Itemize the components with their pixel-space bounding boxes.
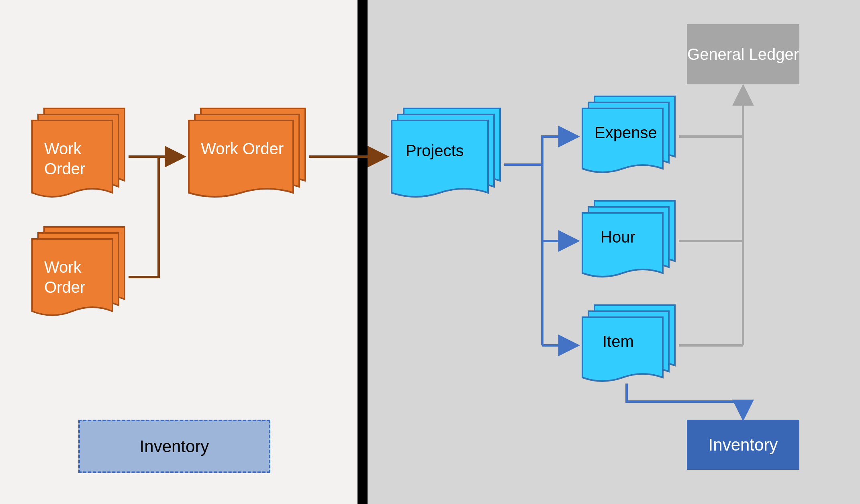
work-order-bottom-label: Work Order bbox=[44, 257, 85, 297]
inventory-left-label: Inventory bbox=[140, 437, 209, 456]
general-ledger-box: General Ledger bbox=[687, 24, 799, 84]
work-order-stack-main: Work Order bbox=[185, 104, 313, 209]
work-order-stack-bottom: Work Order bbox=[28, 223, 133, 327]
diagram-canvas: General Ledger Inventory Inventory Work … bbox=[0, 0, 860, 504]
hour-label: Hour bbox=[601, 227, 635, 247]
expense-label: Expense bbox=[594, 122, 657, 143]
projects-stack: Projects bbox=[388, 104, 508, 209]
inventory-left-box: Inventory bbox=[78, 420, 270, 473]
general-ledger-label: General Ledger bbox=[687, 44, 799, 64]
vertical-divider bbox=[357, 0, 368, 504]
inventory-right-box: Inventory bbox=[687, 420, 799, 470]
item-stack: Item bbox=[578, 301, 683, 390]
hour-stack: Hour bbox=[578, 197, 683, 285]
projects-label: Projects bbox=[406, 141, 464, 161]
work-order-stack-top: Work Order bbox=[28, 104, 133, 209]
inventory-right-label: Inventory bbox=[709, 435, 778, 455]
work-order-main-label: Work Order bbox=[201, 139, 284, 159]
work-order-top-label: Work Order bbox=[44, 139, 85, 179]
item-label: Item bbox=[603, 331, 634, 351]
expense-stack: Expense bbox=[578, 92, 683, 181]
